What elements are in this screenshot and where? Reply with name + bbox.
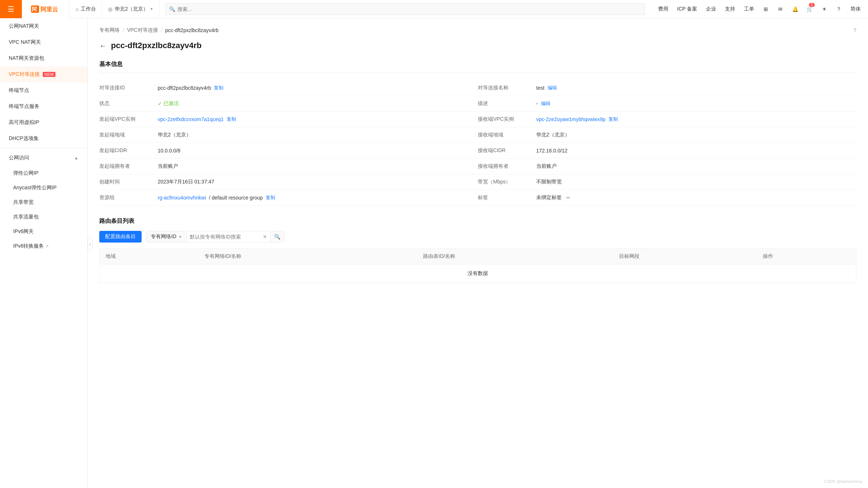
breadcrumb-vpc-peering-list[interactable]: VPC对等连接	[127, 27, 158, 34]
search-wrap: 🔍	[165, 3, 645, 15]
search-icon: 🔍	[169, 6, 175, 12]
sidebar-item-nat-resource-pack[interactable]: NAT网关资源包	[0, 50, 87, 66]
mail-icon: ✉	[778, 6, 783, 12]
mail-icon-btn[interactable]: ✉	[773, 0, 788, 18]
main-content: 专有网络 / VPC对等连接 / pcc-dft2pxzlbc8zayv4rb …	[88, 18, 868, 488]
field-resource-group: 资源组 rg-acfmxu4omvhnkwi / default resourc…	[99, 190, 478, 206]
search-input[interactable]	[165, 3, 645, 15]
sidebar-item-shared-traffic[interactable]: 共享流量包	[0, 210, 87, 224]
field-receiver-cidr: 接收端CIDR 172.16.0.0/12	[478, 143, 856, 159]
layout: 公网NAT网关 VPC NAT网关 NAT网关资源包 VPC对等连接 NEW 终…	[0, 18, 868, 488]
field-initiator-owner: 发起端拥有者 当前账户	[99, 159, 478, 174]
field-peering-name: 对等连接名称 test 编辑	[478, 80, 856, 96]
copy-peering-id-btn[interactable]: 复制	[214, 85, 223, 91]
svg-text:阿里云: 阿里云	[41, 6, 58, 12]
help-icon-btn[interactable]: ?	[831, 0, 846, 18]
search-bar: 🔍	[159, 0, 651, 18]
no-data-text: 没有数据	[100, 264, 856, 283]
cart-icon: 🛒	[807, 6, 813, 12]
content-inner: 专有网络 / VPC对等连接 / pcc-dft2pxzlbc8zayv4rb …	[88, 18, 868, 488]
label-initiator-vpc: 发起端VPC实例	[99, 116, 158, 123]
sidebar-item-shared-bandwidth[interactable]: 共享带宽	[0, 195, 87, 210]
divider	[0, 148, 87, 148]
sidebar-item-endpoint-service[interactable]: 终端节点服务	[0, 98, 87, 115]
logo[interactable]: 阿 阿里云	[22, 0, 69, 18]
sidebar-item-ipv6-translate[interactable]: IPv6转换服务 ↗	[0, 239, 87, 253]
sidebar-item-anycast-eip[interactable]: Anycast弹性公网IP	[0, 181, 87, 195]
cart-icon-btn[interactable]: 🛒 6	[802, 0, 817, 18]
value-bandwidth: 不限制带宽	[536, 179, 562, 185]
location-icon: ◎	[108, 6, 112, 12]
sidebar-item-endpoint[interactable]: 终端节点	[0, 82, 87, 98]
configure-route-btn[interactable]: 配置路由条目	[99, 231, 142, 243]
receiver-vpc-link[interactable]: vpc-2ze2uyaw1mybhqvwiex9p	[536, 116, 606, 122]
sidebar-item-ha-vip[interactable]: 高可用虚拟IP	[0, 115, 87, 131]
edit-description-btn[interactable]: 编辑	[541, 100, 550, 107]
help-icon[interactable]: ?	[853, 27, 856, 33]
sun-icon-btn[interactable]: ☀	[817, 0, 831, 18]
sidebar-item-vpc-nat-gateway[interactable]: VPC NAT网关	[0, 34, 87, 50]
sidebar: 公网NAT网关 VPC NAT网关 NAT网关资源包 VPC对等连接 NEW 终…	[0, 18, 88, 488]
breadcrumb-vpc-home[interactable]: 专有网络	[99, 27, 120, 34]
value-initiator-vpc: vpc-2zetfxdccvxom7a1qceq1 复制	[158, 116, 236, 123]
sidebar-item-eip[interactable]: 弹性公网IP	[0, 166, 87, 181]
resource-group-link[interactable]: rg-acfmxu4omvhnkwi	[158, 195, 206, 201]
vpc-id-filter-input[interactable]	[187, 231, 260, 242]
copy-initiator-vpc-btn[interactable]: 复制	[227, 116, 236, 123]
field-status: 状态 ✓ 已激活	[99, 96, 478, 112]
workbench-nav-item[interactable]: ⌂ 工作台	[69, 0, 102, 18]
support-nav-item[interactable]: 支持	[721, 0, 740, 18]
col-actions: 操作	[757, 249, 856, 264]
label-initiator-cidr: 发起端CIDR	[99, 147, 158, 154]
edit-tag-icon[interactable]: ✏	[566, 195, 571, 201]
label-resource-group: 资源组	[99, 194, 158, 201]
region-label: 华北2（北京）	[115, 6, 148, 12]
hamburger-icon: ☰	[8, 5, 14, 13]
bell-icon-btn[interactable]: 🔔	[788, 0, 802, 18]
field-initiator-vpc: 发起端VPC实例 vpc-2zetfxdccvxom7a1qceq1 复制	[99, 112, 478, 127]
sidebar-item-nat-gateway[interactable]: 公网NAT网关	[0, 18, 87, 34]
copy-receiver-vpc-btn[interactable]: 复制	[608, 116, 618, 123]
language-selector[interactable]: 简体	[846, 0, 865, 18]
back-button[interactable]: ←	[99, 42, 107, 50]
screen-icon-btn[interactable]: ⊞	[758, 0, 773, 18]
label-initiator-region: 发起端地域	[99, 132, 158, 138]
page-title-row: ← pcc-dft2pxzlbc8zayv4rb	[99, 41, 856, 50]
external-link-icon: ↗	[45, 244, 49, 249]
resource-group-extra: / default resource group	[209, 195, 263, 201]
public-access-group[interactable]: 公网访问 ▲	[0, 150, 87, 166]
region-selector[interactable]: ◎ 华北2（北京） ▼	[102, 0, 159, 18]
home-icon: ⌂	[76, 6, 78, 12]
sidebar-collapse-btn[interactable]: ‹	[88, 238, 93, 250]
edit-peering-name-btn[interactable]: 编辑	[548, 85, 557, 91]
copy-resource-group-btn[interactable]: 复制	[266, 194, 275, 201]
hamburger-button[interactable]: ☰	[0, 0, 22, 18]
no-data-row: 没有数据	[100, 264, 856, 283]
initiator-vpc-link[interactable]: vpc-2zetfxdccvxom7a1qceq1	[158, 116, 224, 122]
sidebar-item-ipv6-gateway[interactable]: IPv6网关	[0, 224, 87, 239]
filter-clear-btn[interactable]: ✕	[260, 231, 270, 242]
sidebar-item-dhcp-options[interactable]: DHCP选项集	[0, 131, 87, 147]
value-initiator-cidr: 10.0.0.0/8	[158, 148, 180, 154]
label-status: 状态	[99, 100, 158, 107]
tickets-nav-item[interactable]: 工单	[740, 0, 758, 18]
close-icon: ✕	[263, 234, 267, 240]
field-create-time: 创建时间 2023年7月16日 01:37:47	[99, 174, 478, 190]
col-target-cidr: 目标网段	[613, 249, 757, 264]
field-bandwidth: 带宽（Mbps） 不限制带宽	[478, 174, 856, 190]
enterprise-nav-item[interactable]: 企业	[702, 0, 721, 18]
filter-select-label: 专有网络ID	[151, 233, 176, 240]
label-receiver-cidr: 接收端CIDR	[478, 147, 536, 154]
value-peering-id: pcc-dft2pxzlbc8zayv4rb 复制	[158, 85, 223, 91]
vpc-id-filter-select[interactable]: 专有网络ID ▼	[146, 231, 187, 242]
breadcrumb: 专有网络 / VPC对等连接 / pcc-dft2pxzlbc8zayv4rb …	[99, 27, 856, 34]
filter-search-btn[interactable]: 🔍	[270, 231, 284, 242]
sidebar-item-vpc-peering[interactable]: VPC对等连接 NEW	[0, 66, 87, 82]
icp-nav-item[interactable]: ICP 备案	[673, 0, 702, 18]
label-description: 描述	[478, 100, 536, 107]
value-status: ✓ 已激活	[158, 100, 179, 107]
field-initiator-region: 发起端地域 华北2（北京）	[99, 127, 478, 143]
checkmark-icon: ✓	[158, 101, 162, 106]
field-peering-id: 对等连接ID pcc-dft2pxzlbc8zayv4rb 复制	[99, 80, 478, 96]
cost-nav-item[interactable]: 费用	[654, 0, 673, 18]
